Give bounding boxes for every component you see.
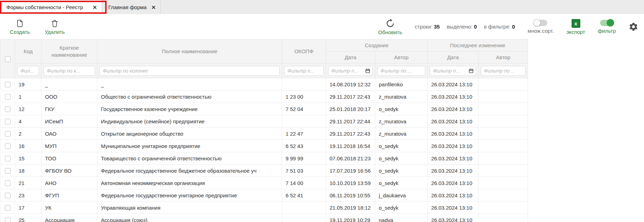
- tab-close-icon[interactable]: ×: [93, 4, 97, 11]
- tab-main-form[interactable]: Главная форма ×: [102, 0, 161, 14]
- col-header-changed-author[interactable]: Автор: [479, 51, 528, 63]
- tab-forms-registry[interactable]: Формы собственности - Реестр ×: [0, 0, 102, 14]
- cell-created-author: j_daukaeva: [375, 189, 428, 202]
- cell-changed-date: 26.03.2024 13:10: [428, 177, 479, 189]
- row-checkbox[interactable]: [5, 119, 11, 124]
- cell-changed-author: [479, 189, 528, 202]
- table-row[interactable]: 17 УК Управляющая компания 21.05.2019 18…: [0, 202, 528, 214]
- delete-button[interactable]: Удалить: [45, 19, 65, 35]
- refresh-icon: [385, 19, 395, 28]
- col-header-short-name[interactable]: Краткое наименование: [42, 39, 97, 63]
- cell-created-date: 29.11.2017 22:43: [326, 91, 375, 103]
- cell-code: 25: [15, 214, 42, 222]
- table-row[interactable]: 25 Ассоциация Ассоциация (союз) 19.11.20…: [0, 214, 528, 222]
- row-checkbox-cell: [0, 115, 15, 128]
- cell-changed-author: [479, 214, 528, 222]
- cell-code: 2: [15, 128, 42, 140]
- filter-okopf-input[interactable]: [284, 66, 324, 76]
- multisort-label: множ.сорт.: [528, 28, 554, 33]
- tab-bar: Формы собственности - Реестр × Главная ф…: [0, 0, 644, 14]
- row-checkbox[interactable]: [5, 180, 11, 186]
- cell-changed-date: 26.03.2024 13:10: [428, 91, 479, 103]
- toolbar-left-group: Создать Удалить: [10, 19, 65, 35]
- group-header-creation: Создание: [326, 39, 428, 51]
- cell-full-name: Товарищество с ограниченной ответственно…: [97, 152, 282, 165]
- tab-close-icon[interactable]: ×: [152, 4, 155, 11]
- trash-icon: [50, 19, 59, 28]
- table-row[interactable]: 12 ГКУ Государственное казенное учрежден…: [0, 103, 528, 115]
- settings-button[interactable]: [629, 22, 638, 32]
- row-checkbox[interactable]: [5, 168, 11, 174]
- cell-short-name: ГКУ: [42, 103, 97, 115]
- col-header-code[interactable]: Код: [15, 39, 42, 63]
- cell-changed-author: [479, 152, 528, 165]
- col-header-okopf[interactable]: ОКОПФ: [282, 39, 326, 63]
- row-checkbox-cell: [0, 177, 15, 189]
- cell-full-name: Управляющая компания: [97, 202, 282, 214]
- filter-created-author-input[interactable]: [377, 66, 425, 76]
- cell-code: 15: [15, 152, 42, 165]
- cell-full-name: Федеральное государственное бюджетное об…: [97, 165, 282, 177]
- cell-okopf: 6 52 41: [282, 189, 326, 202]
- col-header-created-date[interactable]: Дата: [326, 51, 375, 63]
- table-row[interactable]: 19 _ _ 14.08.2019 12:32 panfilenko 26.03…: [0, 78, 528, 91]
- multisort-toggle[interactable]: множ.сорт.: [528, 20, 554, 33]
- cell-short-name: Ассоциация: [42, 214, 97, 222]
- filter-full-name-input[interactable]: [100, 66, 280, 76]
- table-row[interactable]: 16 МУП Муниципальное унитарное предприят…: [0, 140, 528, 152]
- stat-selected: выделено:0: [447, 24, 477, 30]
- cell-created-author: z_muratova: [375, 115, 428, 128]
- row-checkbox[interactable]: [5, 143, 11, 149]
- export-button[interactable]: x экспорт: [566, 19, 585, 35]
- registry-table-wrap: Код Краткое наименование Полное наименов…: [0, 39, 528, 222]
- cell-created-author: o_sedyk: [375, 177, 428, 189]
- calendar-icon[interactable]: [365, 68, 370, 73]
- row-checkbox[interactable]: [5, 205, 11, 211]
- cell-okopf: 1 23 00: [282, 91, 326, 103]
- cell-changed-author: [479, 103, 528, 115]
- create-button[interactable]: Создать: [10, 19, 30, 35]
- row-checkbox[interactable]: [5, 131, 11, 137]
- row-checkbox[interactable]: [5, 94, 11, 100]
- row-checkbox-cell: [0, 214, 15, 222]
- row-checkbox[interactable]: [5, 193, 11, 198]
- table-row[interactable]: 2 ОАО Открытое акционерное общество 1 22…: [0, 128, 528, 140]
- table-row[interactable]: 23 ФГУП Федеральное государственное унит…: [0, 189, 528, 202]
- cell-full-name: Общество с ограниченной ответственностью: [97, 91, 282, 103]
- cell-full-name: Федеральное государственное унитарное пр…: [97, 189, 282, 202]
- cell-created-date: 07.06.2018 21:23: [326, 152, 375, 165]
- table-row[interactable]: 21 АНО Автономная некоммерческая организ…: [0, 177, 528, 189]
- filter-toggle[interactable]: фильтр: [598, 20, 616, 33]
- cell-changed-date: 26.03.2024 13:10: [428, 202, 479, 214]
- filter-changed-author-input[interactable]: [481, 66, 525, 76]
- cell-changed-date: 26.03.2024 13:10: [428, 152, 479, 165]
- filter-code-input[interactable]: [17, 66, 39, 76]
- cell-created-date: 10.10.2019 13:59: [326, 177, 375, 189]
- filter-short-name-input[interactable]: [44, 66, 95, 76]
- filter-toggle-label: фильтр: [598, 28, 616, 33]
- select-all-checkbox[interactable]: [5, 56, 11, 62]
- col-header-changed-date[interactable]: Дата: [428, 51, 479, 63]
- col-header-created-author[interactable]: Автор: [375, 51, 428, 63]
- row-checkbox[interactable]: [5, 82, 11, 87]
- row-checkbox-cell: [0, 140, 15, 152]
- cell-okopf: 7 52 04: [282, 103, 326, 115]
- calendar-icon[interactable]: [468, 68, 474, 73]
- row-checkbox[interactable]: [5, 106, 11, 112]
- table-row[interactable]: 18 ФГБОУ ВО Федеральное государственное …: [0, 165, 528, 177]
- filter-toggle-switch[interactable]: [600, 20, 613, 26]
- refresh-button[interactable]: Обновить: [378, 19, 402, 35]
- table-row[interactable]: 1 ООО Общество с ограниченной ответствен…: [0, 91, 528, 103]
- multisort-toggle-switch[interactable]: [534, 20, 547, 26]
- table-row[interactable]: 4 ИСемП Индивидуальное (семейное) предпр…: [0, 115, 528, 128]
- row-checkbox-cell: [0, 78, 15, 91]
- stat-filtered-value: 0: [512, 24, 515, 30]
- row-checkbox-cell: [0, 128, 15, 140]
- row-checkbox[interactable]: [5, 156, 11, 161]
- cell-created-author: o_sedyk: [375, 202, 428, 214]
- col-header-full-name[interactable]: Полное наименование: [97, 39, 282, 63]
- cell-created-author: o_sedyk: [375, 103, 428, 115]
- row-checkbox[interactable]: [5, 217, 11, 222]
- table-row[interactable]: 15 ТОО Товарищество с ограниченной ответ…: [0, 152, 528, 165]
- cell-code: 4: [15, 115, 42, 128]
